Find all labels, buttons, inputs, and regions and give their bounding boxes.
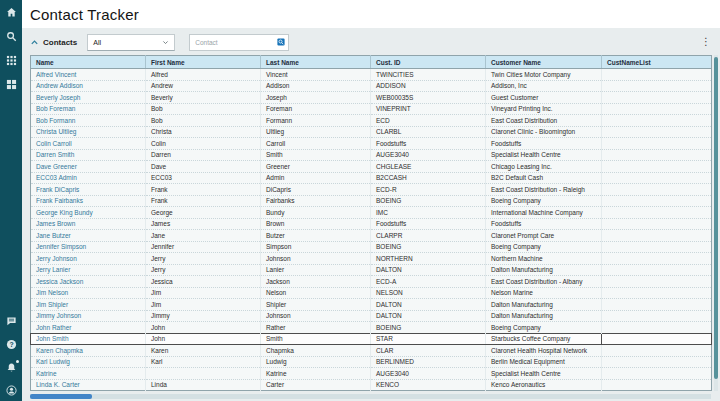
cell-cust-name-list[interactable]	[602, 287, 712, 299]
column-header-name[interactable]: Name	[31, 56, 146, 69]
cell-cust-id[interactable]: KENCO	[371, 379, 486, 391]
cell-cust-id[interactable]: ECD	[371, 115, 486, 127]
column-header-last-name[interactable]: Last Name	[261, 56, 371, 69]
cell-cust-name-list[interactable]	[602, 253, 712, 265]
cell-first-name[interactable]: Andrew	[146, 80, 261, 92]
table-row[interactable]: Karl LudwigKarlLudwigBERLINMEDBerlin Med…	[31, 356, 712, 368]
cell-customer-name[interactable]: East Coast Distribution	[486, 115, 602, 127]
cell-last-name[interactable]: Butzer	[261, 230, 371, 242]
table-row[interactable]: Beverly JosephBeverlyJosephWEB00035SGues…	[31, 92, 712, 104]
table-row[interactable]: Karen ChapmkaKarenChapmkaCLARClaronet He…	[31, 345, 712, 357]
cell-cust-id[interactable]: DALTON	[371, 310, 486, 322]
cell-first-name[interactable]: George	[146, 207, 261, 219]
cell-name[interactable]: Jerry Johnson	[31, 253, 146, 265]
cell-name[interactable]: Dave Greener	[31, 161, 146, 173]
table-row[interactable]: Jessica JacksonJessicaJacksonECD-AEast C…	[31, 276, 712, 288]
cell-cust-id[interactable]: ECD-R	[371, 184, 486, 196]
cell-name[interactable]: Linda K. Carter	[31, 379, 146, 391]
cell-last-name[interactable]: Rather	[261, 322, 371, 334]
cell-name[interactable]: Karl Ludwig	[31, 356, 146, 368]
cell-cust-id[interactable]: BOEING	[371, 241, 486, 253]
cell-cust-id[interactable]: VINEPRINT	[371, 103, 486, 115]
column-header-cust-name-list[interactable]: CustNameList	[602, 56, 712, 69]
cell-first-name[interactable]: Karen	[146, 345, 261, 357]
cell-cust-name-list[interactable]	[602, 126, 712, 138]
cell-last-name[interactable]: Foreman	[261, 103, 371, 115]
table-row[interactable]: Alfred VincentAlfredVincentTWINCITIESTwi…	[31, 69, 712, 81]
cell-cust-id[interactable]: Foodstuffs	[371, 218, 486, 230]
cell-cust-id[interactable]: NORTHERN	[371, 253, 486, 265]
cell-name[interactable]: Jane Butzer	[31, 230, 146, 242]
home-icon[interactable]	[6, 7, 17, 18]
cell-customer-name[interactable]: Claronet Clinic - Bloomington	[486, 126, 602, 138]
cell-last-name[interactable]: Johnson	[261, 310, 371, 322]
cell-first-name[interactable]: Jerry	[146, 264, 261, 276]
cell-customer-name[interactable]: East Coast Distribution - Raleigh	[486, 184, 602, 196]
cell-name[interactable]: Jimmy Johnson	[31, 310, 146, 322]
horizontal-scrollbar[interactable]	[30, 394, 711, 399]
cell-customer-name[interactable]: Claronet Prompt Care	[486, 230, 602, 242]
cell-customer-name[interactable]: Claronet Health Hospital Network	[486, 345, 602, 357]
table-row[interactable]: ECC03 AdminECC03AdminB2CCASHB2C Default …	[31, 172, 712, 184]
cell-cust-id[interactable]: DALTON	[371, 264, 486, 276]
cell-cust-name-list[interactable]	[602, 345, 712, 357]
cell-cust-id[interactable]: B2CCASH	[371, 172, 486, 184]
cell-last-name[interactable]: Ludwig	[261, 356, 371, 368]
cell-cust-id[interactable]: ADDISON	[371, 80, 486, 92]
cell-first-name[interactable]: Colin	[146, 138, 261, 150]
table-row[interactable]: Jennifer SimpsonJenniferSimpsonBOEINGBoe…	[31, 241, 712, 253]
cell-cust-id[interactable]: CLARPR	[371, 230, 486, 242]
table-row[interactable]: Bob FormannBobFormannECDEast Coast Distr…	[31, 115, 712, 127]
cell-customer-name[interactable]: Foodstuffs	[486, 218, 602, 230]
column-header-cust-id[interactable]: Cust. ID	[371, 56, 486, 69]
cell-customer-name[interactable]: Starbucks Coffee Company	[486, 333, 602, 345]
table-row[interactable]: Jimmy JohnsonJimmyJohnsonDALTONDalton Ma…	[31, 310, 712, 322]
cell-name[interactable]: Christa Ultlieg	[31, 126, 146, 138]
cell-customer-name[interactable]: Twin Cities Motor Company	[486, 69, 602, 81]
cell-name[interactable]: Katrine	[31, 368, 146, 380]
cell-last-name[interactable]: Nelson	[261, 287, 371, 299]
cell-cust-id[interactable]: NELSON	[371, 287, 486, 299]
cell-customer-name[interactable]: Northern Machine	[486, 253, 602, 265]
cell-first-name[interactable]: Frank	[146, 195, 261, 207]
cell-cust-id[interactable]: CLARBL	[371, 126, 486, 138]
cell-cust-name-list[interactable]	[602, 299, 712, 311]
table-row[interactable]: John RatherJohnRatherBOEINGBoeing Compan…	[31, 322, 712, 334]
table-row[interactable]: Jane ButzerJaneButzerCLARPRClaronet Prom…	[31, 230, 712, 242]
cell-name[interactable]: Jennifer Simpson	[31, 241, 146, 253]
apps-grid-icon[interactable]	[6, 55, 17, 66]
table-row[interactable]: Jim ShiplerJimShiplerDALTONDalton Manufa…	[31, 299, 712, 311]
contact-lookup-icon[interactable]	[277, 38, 285, 46]
table-row[interactable]: Frank FairbanksFrankFairbanksBOEINGBoein…	[31, 195, 712, 207]
cell-name[interactable]: Bob Foreman	[31, 103, 146, 115]
cell-customer-name[interactable]: Berlin Medical Equipment	[486, 356, 602, 368]
cell-customer-name[interactable]: Dalton Manufacturing	[486, 264, 602, 276]
cell-first-name[interactable]: Bob	[146, 103, 261, 115]
cell-first-name[interactable]: Jim	[146, 287, 261, 299]
table-row[interactable]: Bob ForemanBobForemanVINEPRINTVineyard P…	[31, 103, 712, 115]
table-row[interactable]: Jerry JohnsonJerryJohnsonNORTHERNNorther…	[31, 253, 712, 265]
cell-first-name[interactable]: Karl	[146, 356, 261, 368]
cell-name[interactable]: Frank DiCapris	[31, 184, 146, 196]
cell-name[interactable]: Jim Nelson	[31, 287, 146, 299]
cell-customer-name[interactable]: Kenco Aeronautics	[486, 379, 602, 391]
cell-cust-id[interactable]: BOEING	[371, 195, 486, 207]
column-header-customer-name[interactable]: Customer Name	[486, 56, 602, 69]
cell-last-name[interactable]: Ultlieg	[261, 126, 371, 138]
kebab-menu-icon[interactable]: ⋮	[700, 35, 712, 49]
collapse-chevron-up-icon[interactable]	[30, 38, 39, 47]
cell-cust-name-list[interactable]	[602, 149, 712, 161]
cell-customer-name[interactable]: Chicago Leasing Inc.	[486, 161, 602, 173]
cell-cust-id[interactable]: AUGE3040	[371, 368, 486, 380]
cell-cust-id[interactable]: BERLINMED	[371, 356, 486, 368]
cell-first-name[interactable]	[146, 368, 261, 380]
cell-name[interactable]: Jerry Lanier	[31, 264, 146, 276]
cell-cust-name-list[interactable]	[602, 92, 712, 104]
vertical-scrollbar[interactable]	[714, 55, 718, 391]
cell-cust-name-list[interactable]	[602, 80, 712, 92]
table-row[interactable]: Colin CarrollColinCarrollFoodstuffsFoods…	[31, 138, 712, 150]
cell-last-name[interactable]: Jackson	[261, 276, 371, 288]
cell-customer-name[interactable]: Boeing Company	[486, 241, 602, 253]
cell-cust-name-list[interactable]	[602, 241, 712, 253]
cell-name[interactable]: Colin Carroll	[31, 138, 146, 150]
